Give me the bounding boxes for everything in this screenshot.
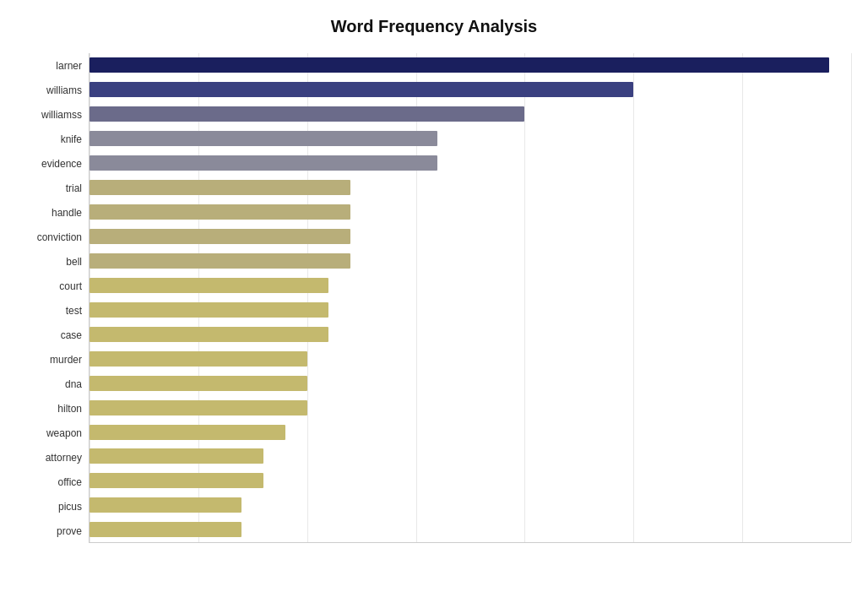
y-label: picus <box>58 496 82 518</box>
bar-row <box>90 105 851 123</box>
bar-row <box>90 56 851 74</box>
grid-line <box>416 53 417 542</box>
bar <box>90 302 328 318</box>
bar-row <box>90 301 851 319</box>
y-label: bell <box>66 251 82 273</box>
bar-row <box>90 276 851 295</box>
y-label: larner <box>56 55 82 77</box>
y-label: hilton <box>57 398 82 420</box>
bars-area <box>89 53 851 543</box>
bar-row <box>90 496 851 514</box>
bar <box>90 497 241 513</box>
grid-line <box>633 53 634 542</box>
bar-row <box>90 129 851 148</box>
y-label: williamss <box>41 104 82 126</box>
bar-row <box>90 203 851 221</box>
bar-row <box>90 399 851 417</box>
bar-row <box>90 447 851 465</box>
bar-row <box>90 471 851 490</box>
bar <box>90 448 263 464</box>
bar <box>90 106 524 122</box>
y-label: office <box>58 471 82 493</box>
y-label: test <box>66 300 82 322</box>
bar <box>90 229 350 244</box>
bar <box>90 131 437 146</box>
chart-title: Word Frequency Analysis <box>17 17 851 36</box>
y-label: knife <box>61 128 82 150</box>
grid-line <box>524 53 525 542</box>
bar-row <box>90 154 851 172</box>
bar-row <box>90 252 851 270</box>
bar <box>90 57 829 73</box>
bar <box>90 180 350 195</box>
bar-row <box>90 227 851 246</box>
bar-row <box>90 374 851 393</box>
bar <box>90 376 307 391</box>
y-label: weapon <box>46 422 82 444</box>
bar-row <box>90 520 851 539</box>
y-label: handle <box>52 202 82 224</box>
bar <box>90 82 633 97</box>
chart-area: larnerwilliamswilliamssknifeevidencetria… <box>17 53 851 543</box>
y-label: evidence <box>41 153 82 175</box>
y-label: court <box>59 275 82 297</box>
bar-row <box>90 325 851 344</box>
y-label: murder <box>50 349 82 371</box>
bar <box>90 425 285 440</box>
bar <box>90 327 328 342</box>
bar <box>90 473 263 488</box>
bar-row <box>90 178 851 197</box>
y-label: dna <box>65 373 82 395</box>
grid-line <box>307 53 308 542</box>
y-label: williams <box>46 79 82 101</box>
y-label: attorney <box>46 447 82 469</box>
bar <box>90 400 307 415</box>
y-label: case <box>61 324 82 346</box>
bar <box>90 351 307 367</box>
chart-container: Word Frequency Analysis larnerwilliamswi… <box>0 0 868 592</box>
bar-row <box>90 350 851 368</box>
bar-row <box>90 80 851 99</box>
grid-line <box>198 53 199 542</box>
bar <box>90 204 350 220</box>
bar-row <box>90 423 851 442</box>
y-label: trial <box>66 177 82 199</box>
bar <box>90 278 328 293</box>
bar <box>90 155 437 171</box>
y-label: conviction <box>37 226 82 248</box>
bar <box>90 253 350 269</box>
bar <box>90 522 241 537</box>
grid-line <box>742 53 743 542</box>
y-label: prove <box>57 520 82 542</box>
y-labels: larnerwilliamswilliamssknifeevidencetria… <box>17 53 89 543</box>
grid-line <box>851 53 852 542</box>
grid-line <box>90 53 90 542</box>
